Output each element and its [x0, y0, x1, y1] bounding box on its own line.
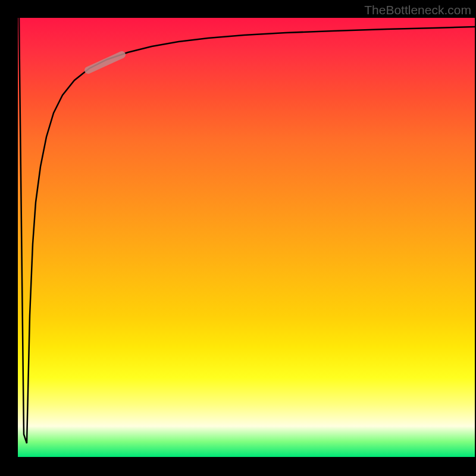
chart-curve-overlay — [18, 18, 475, 457]
bottleneck-curve — [19, 18, 475, 443]
attribution-text: TheBottleneck.com — [364, 3, 471, 17]
highlight-marker — [88, 55, 122, 70]
